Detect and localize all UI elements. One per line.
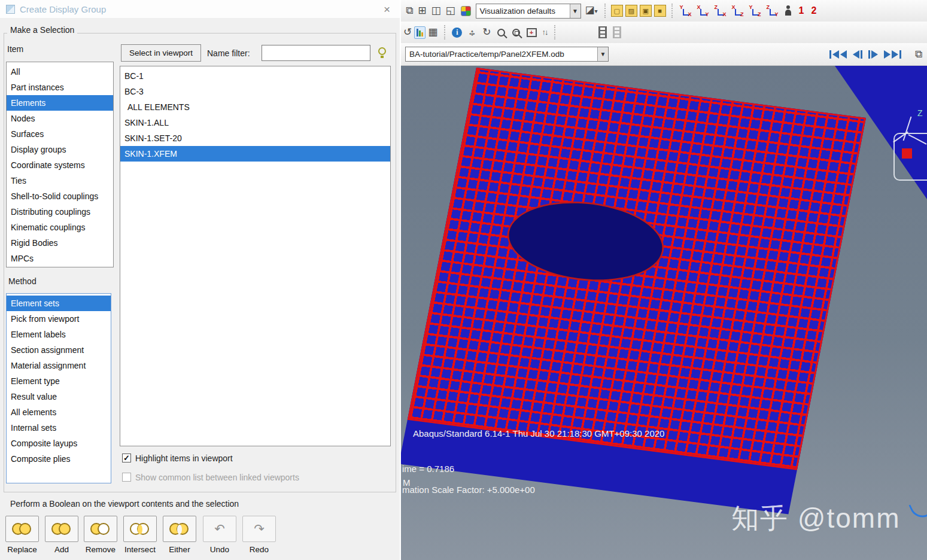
last-frame-button[interactable] xyxy=(881,49,904,60)
view-orientation-4-icon[interactable]: XZ xyxy=(730,3,746,19)
method-option[interactable]: Composite plies xyxy=(7,451,111,467)
first-frame-button[interactable] xyxy=(826,49,850,60)
method-option[interactable]: Material assignment xyxy=(7,358,111,373)
filled-render-icon[interactable]: ▣ xyxy=(640,5,652,17)
set-option[interactable]: BC-3 xyxy=(120,84,390,99)
magnify-icon[interactable] xyxy=(497,29,505,36)
tips-bulb-icon[interactable] xyxy=(378,47,386,55)
show-common-list-checkbox[interactable] xyxy=(122,473,131,482)
add-label: Add xyxy=(44,545,79,554)
highlight-items-checkbox[interactable]: ✓ xyxy=(122,454,131,462)
set-option-selected[interactable]: SKIN-1.XFEM xyxy=(120,146,390,162)
undo-button[interactable]: ↶ xyxy=(203,516,236,542)
redo-button[interactable]: ↷ xyxy=(242,516,276,542)
triad-z-label: Z xyxy=(917,108,923,118)
contour-plot-icon[interactable] xyxy=(414,26,425,39)
item-option[interactable]: Shell-to-Solid couplings xyxy=(7,188,113,204)
color-code-combo-value: Visualization defaults xyxy=(476,7,570,16)
odb-combo-dropdown-icon[interactable]: ▼ xyxy=(597,47,608,61)
method-option[interactable]: Result value xyxy=(7,389,111,404)
item-option[interactable]: Coordinate systems xyxy=(7,157,113,173)
item-option[interactable]: All xyxy=(7,64,113,80)
method-option[interactable]: All elements xyxy=(7,404,111,420)
view-orientation-2-icon[interactable]: XY xyxy=(695,3,711,19)
close-icon[interactable]: × xyxy=(380,4,394,15)
page-number-1[interactable]: 1 xyxy=(799,5,804,16)
watermark-text: 知乎 @tomm xyxy=(731,500,900,537)
set-option[interactable]: BC-1 xyxy=(120,68,390,84)
link-viewports-icon[interactable]: ◫ xyxy=(428,4,443,18)
item-option[interactable]: Rigid Bodies xyxy=(7,235,113,251)
remove-button[interactable] xyxy=(84,516,117,542)
method-option[interactable]: Internal sets xyxy=(7,420,111,436)
item-option[interactable]: Nodes xyxy=(7,111,113,126)
method-option[interactable]: Element type xyxy=(7,373,111,389)
remove-label: Remove xyxy=(83,545,118,554)
either-button[interactable] xyxy=(163,516,196,542)
dialog-titlebar[interactable]: Create Display Group × xyxy=(0,0,400,18)
replace-venn-icon xyxy=(11,522,33,535)
next-frame-button[interactable] xyxy=(865,49,881,60)
annotation-dropdown-icon[interactable]: ◪▾ xyxy=(583,3,600,19)
item-option[interactable]: Part instances xyxy=(7,80,113,95)
name-filter-input[interactable] xyxy=(262,45,370,61)
set-option[interactable]: ALL ELEMENTS xyxy=(120,99,390,115)
highlight-items-label: Highlight items in viewport xyxy=(135,454,233,463)
select-in-viewport-button[interactable]: Select in viewport xyxy=(121,44,201,62)
item-option[interactable]: MPCs xyxy=(7,251,113,266)
method-list: Element sets Pick from viewport Element … xyxy=(6,293,111,483)
copy-viewport-icon[interactable]: ⧉ xyxy=(913,47,925,62)
box-zoom-icon[interactable] xyxy=(512,29,520,36)
replace-button[interactable] xyxy=(5,516,39,542)
set-option[interactable]: SKIN-1.ALL xyxy=(120,115,390,130)
item-option-selected[interactable]: Elements xyxy=(7,95,113,111)
field-output-table-icon[interactable]: ▦ xyxy=(425,25,440,39)
tile-viewports-icon[interactable]: ⊞ xyxy=(415,4,428,18)
shaded-render-icon[interactable]: ■ xyxy=(654,5,666,17)
wireframe-render-icon[interactable]: ▢ xyxy=(611,5,623,17)
tick-marks-icon[interactable] xyxy=(598,26,607,38)
auto-fit-icon[interactable]: + xyxy=(527,28,537,37)
intersect-button[interactable] xyxy=(123,516,157,542)
view-orientation-3-icon[interactable]: ZX xyxy=(712,3,728,19)
odb-file-combo[interactable]: BA-tutorial/Practice/temp/Panel2XFEM.odb… xyxy=(405,47,609,62)
add-venn-icon xyxy=(51,522,72,535)
create-viewport-icon[interactable]: ⧉ xyxy=(403,4,415,18)
item-option[interactable]: Ties xyxy=(7,173,113,188)
hiddenline-render-icon[interactable]: ▨ xyxy=(625,5,637,17)
custom-view-person-icon[interactable] xyxy=(785,5,792,16)
xfem-highlighted-mesh xyxy=(408,68,866,470)
set-option[interactable]: SKIN-1.SET-20 xyxy=(120,130,390,146)
color-palette-icon[interactable] xyxy=(461,6,471,16)
rotate-view-icon[interactable]: ↻ xyxy=(480,25,493,39)
item-option[interactable]: Kinematic couplings xyxy=(7,220,113,235)
view-orientation-1-icon[interactable]: YX xyxy=(677,3,694,19)
color-code-combo[interactable]: Visualization defaults ▼ xyxy=(476,4,581,19)
cycle-views-icon[interactable]: ↑↓ xyxy=(540,25,550,39)
viewport-manager-icon[interactable]: ◱ xyxy=(443,4,457,18)
view-orientation-5-icon[interactable]: YZ xyxy=(747,3,763,19)
method-option[interactable]: Section assignment xyxy=(7,342,111,358)
combo-dropdown-icon[interactable]: ▼ xyxy=(570,4,580,18)
method-option[interactable]: Composite layups xyxy=(7,436,111,451)
item-option[interactable]: Display groups xyxy=(7,142,113,157)
method-option[interactable]: Pick from viewport xyxy=(7,311,111,327)
create-display-group-dialog: Create Display Group × Make a Selection … xyxy=(0,0,401,560)
page-number-2[interactable]: 2 xyxy=(811,5,817,16)
history-icon[interactable]: ↺ xyxy=(401,25,414,39)
previous-frame-button[interactable] xyxy=(850,49,865,60)
method-option-selected[interactable]: Element sets xyxy=(7,296,111,311)
item-option[interactable]: Surfaces xyxy=(7,126,113,142)
add-button[interactable] xyxy=(45,516,78,542)
view-orientation-6-icon[interactable]: ZY xyxy=(764,3,780,19)
step-time-text: ime = 0.7186 xyxy=(402,464,454,474)
pan-view-icon[interactable] xyxy=(467,27,478,38)
visualization-viewport[interactable]: Z Abaqus/Standard 6.14-1 Thu Jul 30 21:1… xyxy=(401,66,927,560)
boolean-legend: Perform a Boolean on the viewport conten… xyxy=(7,499,242,509)
toolbar-separator xyxy=(671,4,673,18)
tick-marks-alt-icon[interactable] xyxy=(613,26,621,38)
toolbar-row-2: ↺ ▦ i ↻ + ↑↓ xyxy=(401,22,927,43)
item-option[interactable]: Distributing couplings xyxy=(7,204,113,220)
method-option[interactable]: Element labels xyxy=(7,327,111,342)
query-info-icon[interactable]: i xyxy=(452,28,462,38)
